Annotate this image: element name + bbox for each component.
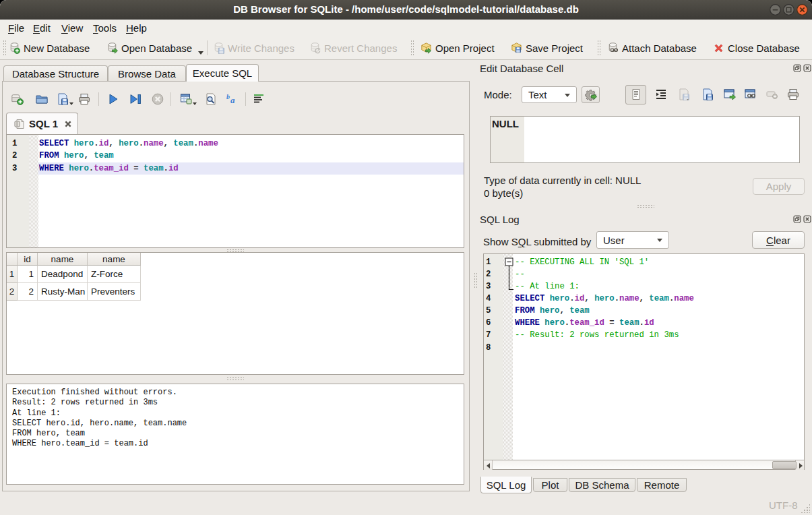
save-as-icon[interactable] — [701, 88, 714, 101]
menu-view[interactable]: View — [56, 20, 88, 36]
close-database-button[interactable]: Close Database — [712, 38, 800, 57]
db-new-icon — [8, 42, 21, 55]
revert-changes-label: Revert Changes — [324, 42, 397, 54]
sql-editor[interactable]: 1SELECT hero.id, hero.name, team.name2FR… — [6, 134, 464, 248]
new-tab-icon[interactable] — [11, 92, 24, 106]
menu-help[interactable]: Help — [121, 20, 152, 36]
code-line: WHERE hero.team_id = team.id — [39, 162, 179, 175]
tab-browse-data[interactable]: Browse Data — [108, 65, 186, 82]
cell-value: NULL — [492, 118, 519, 129]
text-doc-icon[interactable] — [629, 88, 643, 101]
execute-icon[interactable] — [106, 92, 120, 106]
print-cell-icon[interactable] — [786, 88, 800, 101]
submitted-by-combobox[interactable]: User — [596, 231, 669, 249]
export-cell-icon[interactable] — [723, 88, 737, 101]
format-icon[interactable] — [252, 92, 266, 106]
menu-file[interactable]: File — [3, 20, 30, 36]
results-table[interactable]: idnamename11DeadpondZ-Force22Rusty-ManPr… — [6, 252, 464, 375]
sql-toolbar-separator — [98, 92, 99, 106]
fold-marker-icon[interactable] — [505, 258, 514, 291]
menu-tools[interactable]: Tools — [88, 20, 122, 36]
table-cell[interactable]: Z-Force — [88, 266, 141, 283]
bottom-tab-remote[interactable]: Remote — [637, 478, 687, 492]
scrollbar-thumb[interactable] — [772, 461, 797, 469]
dropdown-arrow-icon[interactable] — [198, 51, 204, 55]
new-database-button[interactable]: New Database — [8, 38, 90, 57]
bottom-tab-sql-log[interactable]: SQL Log — [480, 477, 532, 493]
dropdown-arrow-icon[interactable] — [69, 102, 73, 105]
resize-grip[interactable] — [801, 504, 810, 513]
log-line: -- EXECUTING ALL IN 'SQL 1' — [515, 256, 649, 268]
table-cell[interactable]: Preventers — [88, 283, 141, 301]
save-cell-icon[interactable] — [677, 88, 691, 101]
set-null-icon[interactable] — [766, 88, 779, 101]
indent-icon[interactable] — [654, 88, 668, 101]
log-line: -- At line 1: — [515, 280, 580, 293]
save-project-button[interactable]: Save Project — [510, 38, 583, 57]
maximize-button[interactable] — [783, 4, 794, 16]
edit-words-icon[interactable] — [226, 92, 239, 106]
stop-icon[interactable] — [151, 92, 164, 106]
close-sql-tab-icon[interactable] — [63, 119, 73, 129]
close-button[interactable] — [797, 4, 808, 16]
sql-tab-label: SQL 1 — [29, 118, 58, 129]
sql-log-float-icon[interactable] — [793, 215, 801, 223]
dock-splitter[interactable] — [637, 204, 654, 208]
scroll-left-button[interactable] — [484, 460, 493, 470]
window-title: DB Browser for SQLite - /home/user/code/… — [0, 3, 812, 15]
open-project-button[interactable]: Open Project — [420, 38, 495, 57]
sql-log-close-icon[interactable] — [803, 215, 811, 223]
column-header-name[interactable]: name — [38, 253, 88, 266]
menu-edit[interactable]: Edit — [28, 20, 56, 36]
apply-button[interactable]: Apply — [753, 178, 805, 195]
column-header-name[interactable]: name — [88, 253, 141, 266]
code-line: SELECT hero.id, hero.name, team.name — [39, 138, 218, 150]
log-line: -- — [515, 268, 525, 280]
execution-message-box: Execution finished without errors.Result… — [6, 384, 464, 485]
tab-database-structure[interactable]: Database Structure — [3, 65, 108, 82]
menu-bar: FileEditViewToolsHelp — [0, 20, 812, 36]
import-file-button[interactable] — [582, 86, 600, 103]
table-cell[interactable]: 2 — [18, 283, 38, 301]
edit-cell-float-icon[interactable] — [793, 64, 801, 72]
execute-line-icon[interactable] — [129, 92, 142, 106]
dropdown-arrow-icon[interactable] — [193, 102, 197, 105]
encoding-status: UTF-8 — [769, 499, 798, 511]
toolbar-separator — [207, 40, 208, 55]
main-vertical-splitter[interactable] — [474, 272, 477, 289]
table-message-splitter[interactable] — [226, 377, 244, 381]
bottom-tab-plot[interactable]: Plot — [533, 478, 567, 492]
row-header[interactable]: 1 — [7, 266, 18, 283]
edit-cell-close-icon[interactable] — [803, 64, 811, 72]
attach-database-button[interactable]: Attach Database — [606, 38, 697, 57]
cell-editor[interactable]: NULL — [490, 116, 800, 163]
mode-combobox[interactable]: Text — [522, 86, 577, 103]
save-sql-file-icon[interactable] — [56, 92, 69, 106]
sql-editor-tab[interactable]: SQL 1 — [6, 113, 78, 134]
open-results-icon[interactable] — [179, 92, 193, 106]
title-bar: DB Browser for SQLite - /home/user/code/… — [0, 0, 812, 20]
minimize-button[interactable] — [770, 4, 781, 16]
print-icon[interactable] — [77, 92, 91, 106]
open-database-button[interactable]: Open Database — [106, 38, 204, 57]
table-cell[interactable]: Rusty-Man — [38, 283, 88, 301]
column-header-id[interactable]: id — [18, 253, 38, 266]
row-header[interactable]: 2 — [7, 283, 18, 301]
close-database-label: Close Database — [728, 42, 800, 54]
table-cell[interactable]: 1 — [18, 266, 38, 283]
clear-log-button[interactable]: Clear — [752, 231, 805, 249]
save-project-label: Save Project — [526, 42, 583, 54]
log-line-number: 5 — [486, 305, 499, 317]
open-sql-file-icon[interactable] — [35, 92, 49, 106]
table-cell[interactable]: Deadpond — [38, 266, 88, 283]
message-line: At line 1: — [12, 408, 464, 419]
cell-size-text: 0 byte(s) — [484, 187, 523, 199]
bottom-tab-db-schema[interactable]: DB Schema — [569, 478, 635, 492]
tab-execute-sql[interactable]: Execute SQL — [186, 64, 259, 82]
message-line: Result: 2 rows returned in 3ms — [12, 398, 464, 408]
proj-open-icon — [420, 42, 433, 55]
link-cell-icon[interactable] — [744, 88, 757, 101]
log-horizontal-scrollbar[interactable] — [484, 460, 804, 469]
sql-log-view[interactable]: 1-- EXECUTING ALL IN 'SQL 1'2--3-- At li… — [483, 253, 805, 470]
find-icon[interactable] — [204, 92, 218, 106]
